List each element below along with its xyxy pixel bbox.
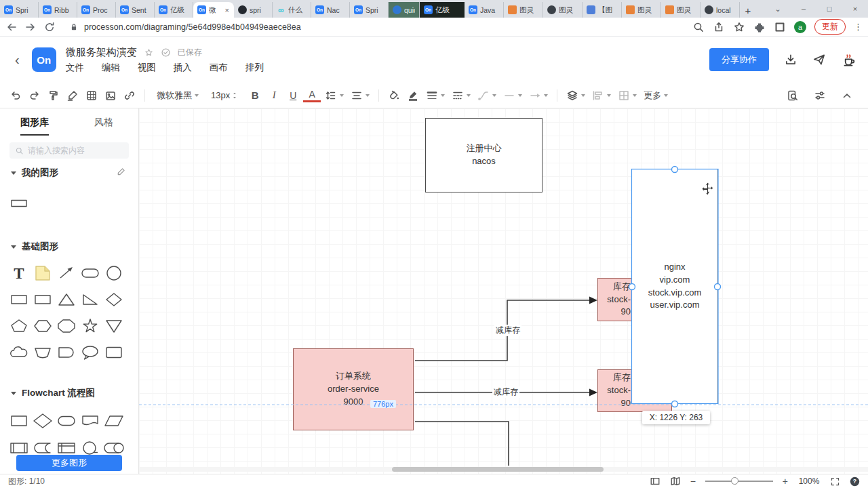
browser-tab[interactable]: 图灵: [543, 2, 583, 18]
card-shape[interactable]: [102, 339, 125, 365]
browser-tab[interactable]: OnProc: [77, 2, 116, 18]
edge-label[interactable]: 减库存: [494, 325, 521, 336]
text-align-button[interactable]: [348, 87, 372, 104]
menu-item-3[interactable]: 插入: [174, 62, 192, 74]
browser-tab[interactable]: 【图: [583, 2, 622, 18]
browser-menu-icon[interactable]: ⋮: [854, 22, 863, 32]
shape-search-box[interactable]: [9, 142, 129, 159]
bookmark-star-icon[interactable]: [733, 21, 745, 33]
octagon-shape[interactable]: [54, 312, 78, 339]
avatar[interactable]: a: [794, 21, 806, 33]
italic-button[interactable]: I: [265, 87, 283, 104]
browser-tab[interactable]: 什么: [273, 2, 311, 18]
menu-item-2[interactable]: 视图: [138, 62, 156, 74]
arrow-shape[interactable]: [54, 260, 78, 286]
note-shape[interactable]: [31, 260, 54, 286]
download-icon[interactable]: [784, 53, 797, 66]
share-collaborate-button[interactable]: 分享协作: [709, 48, 769, 71]
chrome-update-button[interactable]: 更新: [814, 19, 846, 35]
java-coffee-icon[interactable]: [841, 52, 856, 67]
align-objects-button[interactable]: [589, 87, 614, 104]
connector-style-button[interactable]: [475, 87, 499, 104]
sidebar-tab-1[interactable]: 风格: [69, 108, 138, 136]
browser-tab[interactable]: OnSent: [116, 2, 155, 18]
section-collapse-icon[interactable]: [11, 392, 16, 395]
font-family-select[interactable]: 微软雅黑: [151, 87, 204, 104]
minimap-icon[interactable]: [670, 476, 681, 487]
zoom-lens-icon[interactable]: [692, 21, 705, 33]
tab-close-icon[interactable]: ×: [224, 6, 230, 14]
pentagon-shape[interactable]: [7, 312, 31, 339]
edge-label[interactable]: 减库存: [492, 386, 519, 398]
adjust-button[interactable]: [811, 87, 829, 104]
address-bar[interactable]: processon.com/diagraming/5e64d998e4b0494…: [62, 20, 686, 35]
stroke-color-button[interactable]: [404, 87, 422, 104]
reload-icon[interactable]: [43, 21, 56, 33]
browser-tab[interactable]: 图灵: [504, 2, 543, 18]
undo-button[interactable]: [7, 87, 24, 104]
roundrect-shape[interactable]: [78, 260, 102, 286]
browser-tab[interactable]: On亿级: [155, 2, 193, 18]
fstadium-shape[interactable]: [54, 407, 78, 434]
scrollbar-thumb[interactable]: [392, 467, 604, 472]
diamond-shape[interactable]: [102, 286, 125, 312]
help-icon[interactable]: ?: [850, 476, 860, 487]
format-painter-button[interactable]: [45, 87, 62, 104]
menu-item-4[interactable]: 画布: [210, 62, 228, 74]
close-button[interactable]: ×: [842, 0, 868, 18]
font-size-select[interactable]: 13px: [205, 87, 245, 104]
grid-size-button[interactable]: [615, 87, 639, 104]
browser-tab[interactable]: OnSpri: [350, 2, 389, 18]
section-collapse-icon[interactable]: [11, 171, 16, 175]
image-fill-button[interactable]: [102, 87, 119, 104]
browser-tab[interactable]: OnSpri: [0, 2, 39, 18]
collapse-button[interactable]: [838, 87, 856, 104]
browser-tab[interactable]: OnNac: [311, 2, 350, 18]
fit-screen-icon[interactable]: [830, 476, 840, 487]
send-plane-icon[interactable]: [812, 53, 826, 66]
zoom-slider-thumb[interactable]: [731, 477, 738, 485]
browser-tab[interactable]: 图灵: [661, 2, 701, 18]
more-button[interactable]: 更多: [641, 87, 671, 104]
frect-shape[interactable]: [7, 407, 31, 434]
document-title[interactable]: 微服务架构演变: [66, 46, 137, 59]
browser-tab[interactable]: local: [701, 2, 740, 18]
layers-button[interactable]: [564, 87, 588, 104]
triangle-shape[interactable]: [54, 286, 78, 312]
line-width-button[interactable]: [423, 87, 448, 104]
share-icon[interactable]: [713, 21, 725, 33]
underline-button[interactable]: U: [284, 87, 302, 104]
line-height-button[interactable]: [322, 87, 347, 104]
maximize-button[interactable]: □: [816, 0, 842, 18]
favorite-star-icon[interactable]: [144, 47, 154, 58]
invtriangle-shape[interactable]: [102, 312, 125, 339]
more-shapes-button[interactable]: 更多图形: [16, 455, 122, 471]
text-shape[interactable]: T: [7, 260, 31, 286]
hexagon-shape[interactable]: [31, 312, 54, 339]
menu-item-1[interactable]: 编辑: [102, 62, 120, 74]
node-nginx[interactable]: nginx vip.com stock.vip.com user.vip.com: [631, 169, 718, 404]
rtriangle-shape[interactable]: [78, 286, 102, 312]
star-shape[interactable]: [78, 312, 102, 339]
menu-item-0[interactable]: 文件: [66, 62, 84, 74]
bold-button[interactable]: B: [246, 87, 264, 104]
horizontal-scrollbar[interactable]: [139, 467, 868, 472]
browser-tab[interactable]: OnJava: [465, 2, 504, 18]
new-tab-button[interactable]: +: [740, 3, 756, 18]
extensions-puzzle-icon[interactable]: [753, 21, 766, 33]
rect-shape[interactable]: [7, 286, 31, 312]
theme-grid-button[interactable]: [83, 87, 100, 104]
zoom-slider[interactable]: [705, 481, 773, 482]
node-registry-nacos[interactable]: 注册中心 nacos: [425, 118, 542, 192]
section-collapse-icon[interactable]: [11, 245, 16, 249]
line-shape-button[interactable]: [500, 87, 525, 104]
browser-tab[interactable]: spri: [234, 2, 273, 18]
find-replace-button[interactable]: [784, 87, 802, 104]
nav-back-icon[interactable]: [5, 21, 18, 33]
node-order-service[interactable]: 订单系统 order-service 9000: [293, 348, 414, 430]
tab-group-icon[interactable]: [774, 21, 786, 33]
browser-tab[interactable]: 图灵: [622, 2, 661, 18]
rect-shape[interactable]: [31, 286, 54, 312]
fill-color-button[interactable]: [385, 87, 403, 104]
arrow-style-button[interactable]: [526, 87, 551, 104]
